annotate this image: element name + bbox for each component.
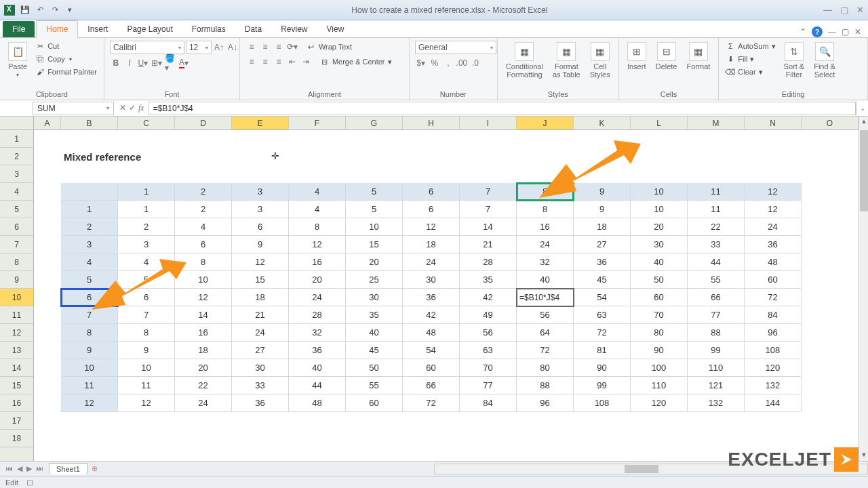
cell-K15[interactable]: 99	[574, 377, 631, 394]
cell-D14[interactable]: 20	[175, 359, 232, 377]
file-tab[interactable]: File	[3, 21, 35, 37]
col-header-M[interactable]: M	[688, 117, 745, 129]
paste-button[interactable]: 📋 Paste ▾	[5, 41, 30, 79]
cell-M15[interactable]: 121	[688, 377, 745, 394]
cell-B4[interactable]	[61, 183, 118, 201]
cell-I6[interactable]: 14	[460, 218, 517, 236]
orientation-icon[interactable]: ⟳▾	[286, 41, 298, 53]
cell-styles-button[interactable]: ▦Cell Styles	[587, 41, 613, 80]
cell-G7[interactable]: 15	[346, 236, 403, 253]
insert-cells-button[interactable]: ⊞Insert	[625, 41, 649, 72]
spreadsheet-grid[interactable]: ABCDEFGHIJKLMNO 123456789101112131415161…	[0, 117, 868, 462]
cell-D4[interactable]: 2	[175, 183, 232, 201]
cell-C7[interactable]: 3	[118, 236, 175, 253]
cell-H14[interactable]: 60	[403, 359, 460, 377]
cell-I9[interactable]: 35	[460, 271, 517, 289]
cell-H15[interactable]: 66	[403, 377, 460, 394]
decrease-indent-icon[interactable]: ⇤	[286, 56, 298, 68]
underline-button[interactable]: U▾	[137, 57, 149, 69]
decrease-decimal-icon[interactable]: .0	[469, 57, 481, 69]
col-header-I[interactable]: I	[460, 117, 517, 129]
cell-I14[interactable]: 70	[460, 359, 517, 377]
percent-icon[interactable]: %	[429, 57, 441, 69]
italic-button[interactable]: I	[123, 57, 136, 69]
ribbon-min-icon[interactable]: —	[828, 27, 836, 37]
find-select-button[interactable]: 🔍Find & Select	[811, 41, 838, 80]
cell-N12[interactable]: 96	[745, 324, 802, 342]
row-header-6[interactable]: 6	[0, 218, 33, 236]
clear-button[interactable]: ⌫Clear▾	[724, 66, 776, 77]
cell-G14[interactable]: 50	[346, 359, 403, 377]
cell-I16[interactable]: 84	[460, 394, 517, 412]
cell-L9[interactable]: 50	[631, 271, 688, 289]
cell-B7[interactable]: 3	[61, 236, 118, 253]
cell-E7[interactable]: 9	[232, 236, 289, 253]
col-header-L[interactable]: L	[631, 117, 688, 129]
cell-G5[interactable]: 5	[346, 201, 403, 218]
row-header-14[interactable]: 14	[0, 359, 33, 377]
cell-M16[interactable]: 132	[688, 394, 745, 412]
cell-J8[interactable]: 32	[517, 253, 574, 271]
cell-J7[interactable]: 24	[517, 236, 574, 253]
fill-color-button[interactable]: 🪣▾	[164, 57, 176, 69]
cell-F14[interactable]: 40	[289, 359, 346, 377]
align-left-icon[interactable]: ≡	[245, 56, 258, 68]
scroll-up-icon[interactable]: ▲	[859, 118, 868, 127]
cell-B12[interactable]: 8	[61, 324, 118, 342]
cell-K5[interactable]: 9	[574, 201, 631, 218]
cell-D13[interactable]: 18	[175, 342, 232, 359]
col-header-C[interactable]: C	[118, 117, 175, 129]
sort-filter-button[interactable]: ⇅Sort & Filter	[781, 41, 808, 80]
cell-B15[interactable]: 11	[61, 377, 118, 394]
bold-button[interactable]: B	[110, 57, 122, 69]
enter-formula-icon[interactable]: ✓	[129, 103, 136, 113]
row-header-1[interactable]: 1	[0, 130, 33, 148]
cell-G4[interactable]: 5	[346, 183, 403, 201]
cell-J13[interactable]: 72	[517, 342, 574, 359]
cell-L11[interactable]: 70	[631, 306, 688, 324]
format-painter-button[interactable]: 🖌Format Painter	[34, 66, 98, 77]
cell-J5[interactable]: 8	[517, 201, 574, 218]
cell-N6[interactable]: 24	[745, 218, 802, 236]
cell-D12[interactable]: 16	[175, 324, 232, 342]
cell-B5[interactable]: 1	[61, 201, 118, 218]
new-sheet-icon[interactable]: ⊕	[87, 464, 102, 473]
ribbon-restore-icon[interactable]: ▢	[842, 27, 849, 37]
cell-I8[interactable]: 28	[460, 253, 517, 271]
cell-L5[interactable]: 10	[631, 201, 688, 218]
cell-E16[interactable]: 36	[232, 394, 289, 412]
cell-C16[interactable]: 12	[118, 394, 175, 412]
cell-N9[interactable]: 60	[745, 271, 802, 289]
cell-I10[interactable]: 42	[460, 289, 517, 306]
row-header-16[interactable]: 16	[0, 394, 33, 412]
cell-F7[interactable]: 12	[289, 236, 346, 253]
select-all-corner[interactable]	[0, 117, 34, 130]
formula-input[interactable]: =$B10*J$4	[149, 102, 856, 115]
row-header-5[interactable]: 5	[0, 201, 33, 218]
minimize-ribbon-icon[interactable]: ⌃	[800, 27, 806, 37]
col-header-A[interactable]: A	[34, 117, 61, 129]
grow-font-icon[interactable]: A↑	[213, 41, 225, 54]
tab-view[interactable]: View	[317, 21, 354, 37]
cell-H11[interactable]: 42	[403, 306, 460, 324]
format-as-table-button[interactable]: ▦Format as Table	[550, 41, 583, 80]
cell-F4[interactable]: 4	[289, 183, 346, 201]
cell-I5[interactable]: 7	[460, 201, 517, 218]
cell-I11[interactable]: 49	[460, 306, 517, 324]
cell-L8[interactable]: 40	[631, 253, 688, 271]
cell-C4[interactable]: 1	[118, 183, 175, 201]
number-format-combo[interactable]: General▾	[415, 41, 496, 54]
cell-F5[interactable]: 4	[289, 201, 346, 218]
format-cells-button[interactable]: ▦Format	[684, 41, 713, 72]
cell-N10[interactable]: 72	[745, 289, 802, 306]
cell-C15[interactable]: 11	[118, 377, 175, 394]
maximize-icon[interactable]: ▢	[840, 5, 848, 15]
cell-F8[interactable]: 16	[289, 253, 346, 271]
cell-M14[interactable]: 110	[688, 359, 745, 377]
row-header-11[interactable]: 11	[0, 306, 33, 324]
cell-D5[interactable]: 2	[175, 201, 232, 218]
cell-N4[interactable]: 12	[745, 183, 802, 201]
shrink-font-icon[interactable]: A↓	[226, 41, 239, 54]
cell-N8[interactable]: 48	[745, 253, 802, 271]
cell-B14[interactable]: 10	[61, 359, 118, 377]
